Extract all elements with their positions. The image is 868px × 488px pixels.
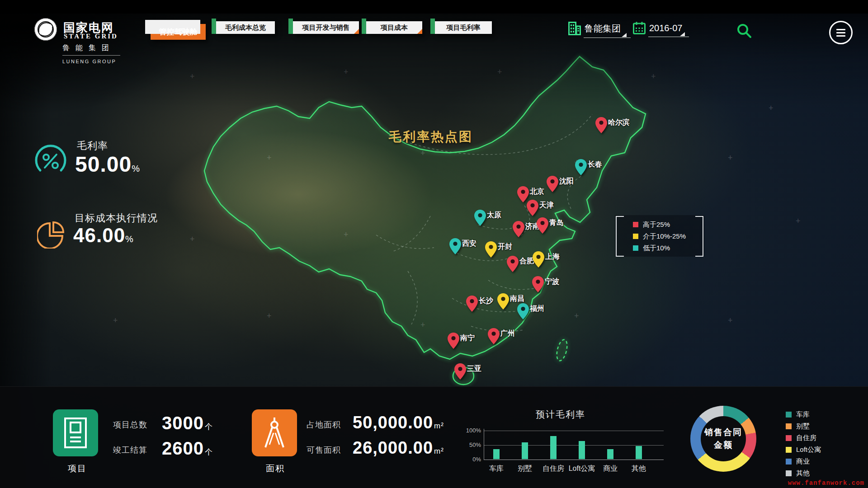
pie-slice-icon <box>37 220 66 249</box>
grid-cross: + <box>728 154 733 162</box>
city-pin[interactable]: 长沙 <box>466 296 478 312</box>
donut-legend-label: Loft公寓 <box>796 446 821 454</box>
city-pin[interactable]: 福州 <box>517 303 529 319</box>
tab-label: 项目成本 <box>381 23 408 32</box>
bar-别墅 <box>522 442 528 459</box>
target-cost-value: 46.00% <box>73 224 134 247</box>
brand-divider <box>62 55 120 56</box>
donut-legend-swatch <box>786 459 792 465</box>
donut-legend-swatch <box>786 423 792 429</box>
project-total-label: 项目总数 <box>113 419 147 430</box>
grid-cross: + <box>267 154 272 162</box>
map-marker-icon <box>517 303 529 319</box>
donut-legend-label: 别墅 <box>796 422 810 431</box>
bar-category-label: 别墅 <box>518 464 532 474</box>
city-pin[interactable]: 宁波 <box>532 276 544 292</box>
search-icon[interactable] <box>736 23 752 39</box>
tab-label: 管控驾驶舱 <box>159 27 198 37</box>
legend-bracket-left <box>616 216 624 257</box>
brand-title-en: STATE GRID <box>64 33 118 40</box>
map-marker-icon <box>537 217 548 234</box>
tab-accent-bar <box>288 19 293 34</box>
dashboard: ++++++++++++++++++++ 国家电网 STATE GRID 鲁能集… <box>0 0 868 488</box>
city-pin[interactable]: 南昌 <box>497 293 509 310</box>
city-label: 合肥 <box>519 257 534 266</box>
donut-legend-item: Loft公寓 <box>786 444 821 455</box>
city-pin[interactable]: 青岛 <box>537 217 548 234</box>
area-land-value: 50,000.00m² <box>353 413 444 432</box>
donut-legend-label: 其他 <box>796 469 810 478</box>
tab-label: 项目毛利率 <box>447 23 481 32</box>
document-icon <box>64 417 87 449</box>
tab-accent-bar <box>362 19 366 34</box>
nav-tab[interactable]: 管控驾驶舱 <box>151 24 206 40</box>
legend-color-swatch <box>633 222 638 227</box>
city-pin[interactable]: 济南 <box>513 221 524 237</box>
grid-cross: + <box>497 68 502 76</box>
menu-button[interactable] <box>829 21 853 44</box>
bar-Loft公寓 <box>579 441 585 459</box>
map-marker-icon <box>595 117 607 133</box>
date-underline <box>648 37 689 37</box>
bar-category-label: 其他 <box>632 464 646 474</box>
city-pin[interactable]: 沈阳 <box>547 176 558 192</box>
city-label: 南昌 <box>510 294 524 304</box>
map-marker-icon <box>547 176 558 192</box>
city-pin[interactable]: 西安 <box>449 238 461 254</box>
city-pin[interactable]: 上海 <box>533 251 544 267</box>
city-pin[interactable]: 哈尔滨 <box>595 117 607 133</box>
area-card-title: 面积 <box>266 463 285 474</box>
grid-cross: + <box>796 217 801 225</box>
city-pin[interactable]: 太原 <box>474 210 486 226</box>
bar-category-label: 商业 <box>603 464 618 474</box>
city-pin[interactable]: 开封 <box>485 241 497 258</box>
target-cost-label: 目标成本执行情况 <box>75 211 158 225</box>
bar-车库 <box>493 449 500 459</box>
donut-legend-swatch <box>786 435 792 441</box>
city-pin[interactable]: 广州 <box>488 328 500 344</box>
city-pin[interactable]: 南宁 <box>448 333 459 349</box>
map-marker-icon <box>449 238 461 254</box>
bar-自住房 <box>550 436 557 459</box>
city-label: 西安 <box>462 239 476 249</box>
donut-legend-swatch <box>786 470 792 476</box>
gridline-100 <box>484 431 664 431</box>
donut-legend-label: 自住房 <box>796 434 816 442</box>
nav-tab[interactable]: 毛利成本总览 <box>216 21 275 34</box>
donut-legend-item: 别墅 <box>786 420 821 432</box>
org-underline <box>584 38 631 38</box>
city-pin[interactable]: 三亚 <box>454 363 466 380</box>
city-label: 南宁 <box>460 333 475 343</box>
donut-legend-item: 车库 <box>786 408 821 420</box>
tab-accent-bar <box>212 19 216 34</box>
tab-corner-accent <box>354 29 359 34</box>
org-selector[interactable]: 鲁能集团 <box>568 22 621 35</box>
project-card-title: 项目 <box>68 463 87 474</box>
tab-label: 项目开发与销售 <box>302 23 350 32</box>
grid-cross: + <box>267 312 272 320</box>
bar-category-label: Loft公寓 <box>569 464 595 474</box>
bar-chart-title: 预计毛利率 <box>524 408 597 421</box>
city-pin[interactable]: 长春 <box>575 159 587 175</box>
top-black-bar <box>0 0 868 14</box>
donut-legend-label: 车库 <box>796 410 810 419</box>
city-label: 长春 <box>588 160 602 169</box>
map-marker-icon <box>513 221 524 237</box>
y-axis-line <box>484 429 484 460</box>
legend-label: 高于25% <box>643 221 670 229</box>
bar-chart-plot: 车库别墅自住房Loft公寓商业其他0%50%100% <box>484 431 664 460</box>
grid-cross: + <box>344 68 349 76</box>
city-pin[interactable]: 天津 <box>527 200 538 216</box>
city-pin[interactable]: 合肥 <box>507 256 519 272</box>
grid-cross: + <box>651 72 656 80</box>
nav-tab[interactable]: 项目毛利率 <box>435 21 492 34</box>
gross-margin-label: 毛利率 <box>77 139 108 153</box>
date-selector[interactable]: 2016-07 <box>633 22 682 34</box>
legend-label: 介于10%-25% <box>643 232 686 241</box>
nav-tab[interactable]: 项目成本 <box>366 21 422 34</box>
donut-legend-swatch <box>786 447 792 453</box>
city-label: 广州 <box>500 329 515 338</box>
nav-tab[interactable]: 项目开发与销售 <box>293 21 359 34</box>
city-label: 哈尔滨 <box>608 118 630 127</box>
city-label: 福州 <box>530 304 544 314</box>
